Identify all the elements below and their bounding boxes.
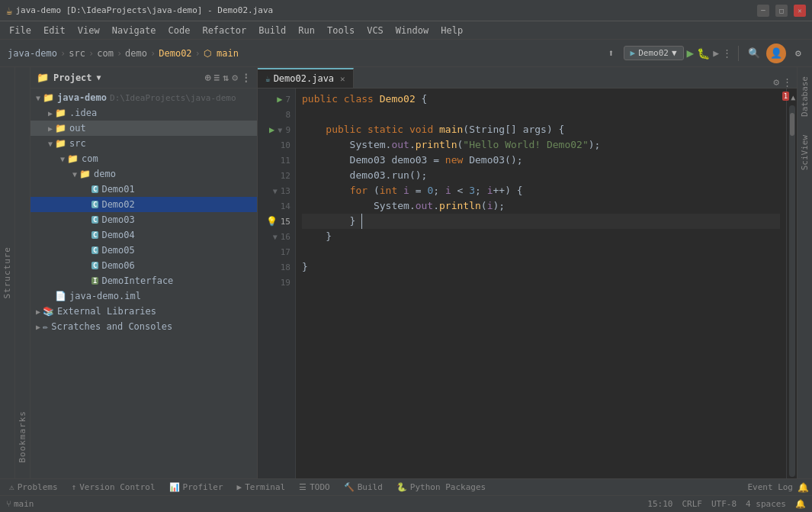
menu-item-code[interactable]: Code	[162, 21, 197, 40]
fold-icon-9[interactable]: ▼	[278, 126, 282, 134]
breadcrumb-class[interactable]: Demo02	[159, 48, 191, 59]
close-button[interactable]: ✕	[794, 5, 806, 17]
menu-item-refactor[interactable]: Refactor	[196, 21, 252, 40]
database-panel-tab[interactable]: Database	[798, 70, 811, 123]
project-more-icon[interactable]: ⋮	[241, 72, 251, 83]
vertical-scrollbar[interactable]	[789, 105, 795, 477]
tree-item-demo02[interactable]: C Demo02	[30, 197, 257, 212]
chevron-up-icon[interactable]: ▲	[791, 93, 795, 101]
line-ending[interactable]: CRLF	[682, 499, 702, 509]
maximize-button[interactable]: □	[775, 5, 788, 17]
idea-folder-icon: 📁	[55, 108, 66, 118]
sort-icon[interactable]: ⇅	[223, 72, 229, 83]
gutter-line-8: 8	[258, 107, 295, 122]
coverage-button[interactable]: ▶	[713, 47, 719, 59]
code-line-16: }	[302, 229, 780, 244]
run-button[interactable]: ▶	[687, 46, 695, 60]
breadcrumb-src[interactable]: src	[69, 48, 85, 59]
python-packages-tab[interactable]: 🐍 Python Packages	[390, 479, 492, 496]
tree-item-demo03[interactable]: C Demo03	[30, 212, 257, 227]
breadcrumb-method[interactable]: ⬡ main	[204, 48, 239, 59]
vcs-icon[interactable]: ⬆	[602, 44, 621, 63]
run-arrow-9[interactable]: ▶	[269, 124, 274, 135]
structure-tab[interactable]: Structure	[2, 246, 12, 299]
run-arrow-7[interactable]: ▶	[277, 94, 282, 105]
project-settings-icon[interactable]: ⚙	[232, 72, 238, 83]
cursor-position[interactable]: 15:10	[647, 499, 672, 509]
tree-item-idea[interactable]: ▶ 📁 .idea	[30, 105, 257, 121]
more-run-options[interactable]: ⋮	[722, 47, 732, 59]
breadcrumb-demo[interactable]: demo	[125, 48, 147, 59]
user-avatar[interactable]: 👤	[766, 43, 786, 63]
sciview-panel-tab[interactable]: SciView	[798, 129, 811, 176]
menu-item-edit[interactable]: Edit	[37, 21, 72, 40]
tree-item-demo06[interactable]: C Demo06	[30, 258, 257, 273]
version-control-tab[interactable]: ↑ Version Control	[66, 479, 162, 496]
tree-item-demo04[interactable]: C Demo04	[30, 227, 257, 243]
status-bar: ⑂ main 15:10 CRLF UTF-8 4 spaces 🔔	[0, 495, 812, 512]
todo-tab[interactable]: ☰ TODO	[293, 479, 336, 496]
menu-item-run[interactable]: Run	[292, 21, 321, 40]
tree-item-demo-interface[interactable]: I DemoInterface	[30, 273, 257, 288]
tab-close-button[interactable]: ✕	[340, 74, 345, 84]
tree-item-scratches[interactable]: ▶ ✏ Scratches and Consoles	[30, 319, 257, 334]
menu-item-build[interactable]: Build	[252, 21, 292, 40]
event-log-link[interactable]: Event Log	[747, 482, 793, 492]
collapse-all-icon[interactable]: ≡	[214, 72, 220, 83]
tab-bar-right: ⚙ ⋮	[773, 76, 797, 88]
debug-button[interactable]: 🐛	[697, 47, 710, 60]
bookmarks-tab[interactable]: Bookmarks	[18, 411, 27, 463]
profiler-tab[interactable]: 📊 Profiler	[163, 479, 229, 496]
menu-item-help[interactable]: Help	[435, 21, 469, 40]
breadcrumb-com[interactable]: com	[97, 48, 114, 59]
indent-setting[interactable]: 4 spaces	[746, 499, 786, 509]
tree-item-demo[interactable]: ▼ 📁 demo	[30, 166, 257, 182]
menu-item-window[interactable]: Window	[390, 21, 435, 40]
project-folder-icon: 📁	[37, 72, 49, 83]
editor-scrollbar[interactable]: 1 ▲ ▼	[786, 89, 797, 478]
gutter-line-14: 14	[258, 198, 295, 214]
tab-more-icon[interactable]: ⋮	[782, 76, 792, 88]
cursor-position-hint	[302, 296, 780, 302]
breadcrumb-project[interactable]: java-demo	[8, 48, 57, 59]
menu-item-vcs[interactable]: VCS	[361, 21, 390, 40]
project-dropdown-arrow[interactable]: ▼	[97, 73, 101, 82]
tab-demo02[interactable]: ☕ Demo02.java ✕	[258, 68, 354, 88]
tree-item-out[interactable]: ▶ 📁 out	[30, 121, 257, 136]
ext-lib-icon: 📚	[43, 306, 54, 317]
status-vcs[interactable]: ⑂ main	[6, 499, 34, 509]
tree-item-com[interactable]: ▼ 📁 com	[30, 151, 257, 166]
scrollbar-thumb[interactable]	[790, 113, 794, 136]
notification-icon[interactable]: 🔔	[798, 482, 809, 493]
menu-item-navigate[interactable]: Navigate	[106, 21, 162, 40]
problems-tab[interactable]: ⚠ Problems	[3, 479, 64, 496]
gutter-line-12: 12	[258, 168, 295, 183]
tab-settings-icon[interactable]: ⚙	[773, 76, 779, 88]
menu-item-tools[interactable]: Tools	[321, 21, 361, 40]
lightbulb-icon-15[interactable]: 💡	[266, 216, 278, 227]
class-icon-demo06: C	[91, 262, 98, 269]
build-tab[interactable]: 🔨 Build	[338, 479, 389, 496]
notification-bell-icon[interactable]: 🔔	[795, 499, 806, 509]
run-config-selector[interactable]: ▶ Demo02 ▼	[624, 46, 684, 60]
tree-item-demo05[interactable]: C Demo05	[30, 243, 257, 258]
tree-item-src[interactable]: ▼ 📁 src	[30, 136, 257, 151]
code-line-17	[302, 244, 780, 259]
right-panel-strip: Database SciView	[797, 67, 812, 478]
code-editor[interactable]: ▶ 7 8 ▶ ▼ 9 10 11	[258, 89, 797, 478]
menu-item-file[interactable]: File	[3, 21, 37, 40]
tree-item-external-libs[interactable]: ▶ 📚 External Libraries	[30, 304, 257, 319]
tree-item-root[interactable]: ▼ 📁 java-demo D:\IdeaProjects\java-demo	[30, 90, 257, 105]
tree-item-iml[interactable]: 📄 java-demo.iml	[30, 288, 257, 304]
locate-icon[interactable]: ⊕	[205, 72, 211, 83]
tree-item-demo01[interactable]: C Demo01	[30, 182, 257, 197]
code-text-area[interactable]: public class Demo02 { public static void…	[296, 89, 786, 478]
menu-item-view[interactable]: View	[72, 21, 106, 40]
encoding[interactable]: UTF-8	[711, 499, 737, 509]
fold-icon-16[interactable]: ▼	[273, 233, 278, 241]
terminal-tab[interactable]: ▶ Terminal	[231, 479, 292, 496]
settings-button[interactable]: ⚙	[789, 44, 807, 63]
minimize-button[interactable]: ─	[757, 5, 769, 17]
fold-icon-13[interactable]: ▼	[273, 187, 278, 195]
search-button[interactable]: 🔍	[745, 44, 763, 63]
